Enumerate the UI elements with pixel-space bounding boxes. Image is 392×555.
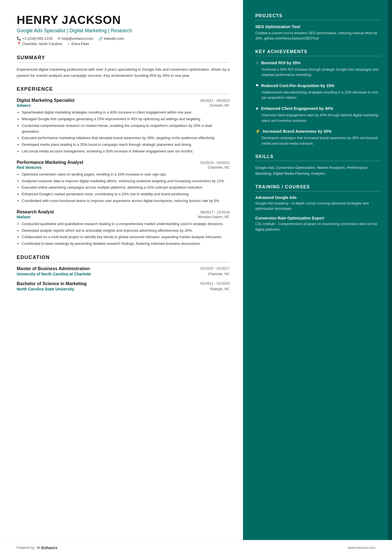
job-3-location: Winston-Salem, NC xyxy=(198,215,230,219)
achievement-4-icon: ⚡ xyxy=(255,129,260,134)
bullet: Spearheaded digital marketing strategies… xyxy=(22,110,230,115)
achievements-section: KEY ACHIEVEMENTS ☆ Boosted ROI by 35% Ac… xyxy=(255,49,381,146)
edu-1: Master of Business Administration 01/201… xyxy=(17,266,230,276)
achievement-2-desc: Implemented new advertising strategies r… xyxy=(255,90,381,101)
logo-brand: Enhancv xyxy=(41,546,57,550)
training-2: Conversion Rate Optimization Expert CXL … xyxy=(255,216,381,232)
enhancv-logo: ∞ Enhancv xyxy=(36,545,57,551)
edu-1-degree: Master of Business Administration xyxy=(17,266,90,271)
experience-title: EXPERIENCE xyxy=(17,86,230,94)
job-3-title: Research Analyst xyxy=(17,209,54,214)
footer: Powered by ∞ Enhancv www.enhancv.com xyxy=(0,540,392,555)
edu-2-degree: Bachelor of Science in Marketing xyxy=(17,281,87,286)
achievement-2-title: Reduced Cost-Per-Acquisition by 15% xyxy=(261,83,334,88)
project-1-title: SEO Optimization Tool xyxy=(255,24,381,29)
training-1-desc: Google Ads Academy - In-depth course cov… xyxy=(255,201,381,212)
resume-header: HENRY JACKSON Google Ads Specialist | Di… xyxy=(17,13,230,46)
education-section: EDUCATION Master of Business Administrat… xyxy=(17,255,230,291)
projects-section: PROJECTS SEO Optimization Tool Created a… xyxy=(255,13,381,41)
achievement-1-desc: Achieved a 35% ROI increase through stra… xyxy=(255,67,381,78)
project-1-desc: Created a custom tool to enhance SEO per… xyxy=(255,31,381,41)
job-1-date: 05/2021 - 05/2023 xyxy=(200,98,230,103)
phone-contact: 📞 +1-(234)-555-1234 xyxy=(17,36,53,41)
phone-icon: 📞 xyxy=(17,36,21,41)
edu-2-school: North Carolina State University xyxy=(17,287,74,291)
job-3-bullets: Conducted qualitative and quantitative r… xyxy=(17,221,230,247)
skills-section: SKILLS Google Ads, Conversion Optimizati… xyxy=(255,154,381,177)
contact-row: 📞 +1-(234)-555-1234 ✉ help@enhancv.com 🔗… xyxy=(17,36,230,41)
location-row: 📍 Charlotte, North Carolina ☆ Extra Fiel… xyxy=(17,42,230,46)
edu-2: Bachelor of Science in Marketing 01/2011… xyxy=(17,281,230,291)
edu-1-location: Charlotte, NC xyxy=(208,272,230,276)
edu-1-date: 01/2015 - 01/2017 xyxy=(200,266,230,271)
education-title: EDUCATION xyxy=(17,255,230,262)
job-3-company: Nielsen xyxy=(17,215,31,219)
bullet: Executed online advertising campaigns ac… xyxy=(22,185,230,191)
job-1-bullets: Spearheaded digital marketing strategies… xyxy=(17,110,230,154)
achievement-1-title: Boosted ROI by 35% xyxy=(261,60,301,66)
achievements-title: KEY ACHIEVEMENTS xyxy=(255,49,381,56)
training-2-desc: CXL Institute - Comprehensive program on… xyxy=(255,221,381,232)
achievement-3-desc: Improved client engagement rates by 40% … xyxy=(255,113,381,124)
achievement-3-title: Enhanced Client Engagement by 40% xyxy=(261,106,333,111)
job-2-title: Performance Marketing Analyst xyxy=(17,160,83,165)
bullet: Led social media account management, ach… xyxy=(22,149,230,154)
job-2-date: 01/2019 - 04/2021 xyxy=(200,161,230,165)
bullet: Enhanced Google's market penetration too… xyxy=(22,191,230,197)
training-title: TRAINING / COURSES xyxy=(255,184,381,191)
bullet: Developed media plans leading to a 20% b… xyxy=(22,142,230,148)
link-icon: 🔗 xyxy=(98,36,103,41)
achievement-1-icon: ☆ xyxy=(255,60,259,65)
bullet: Optimized conversion rates on landing pa… xyxy=(22,172,230,177)
achievement-3: ★ Enhanced Client Engagement by 40% Impr… xyxy=(255,106,381,124)
job-3: Research Analyst 08/2017 - 12/2018 Niels… xyxy=(17,209,230,247)
extra-field: ☆ Extra Field xyxy=(67,42,89,46)
bullet: Conducted qualitative and quantitative r… xyxy=(22,221,230,227)
footer-website: www.enhancv.com xyxy=(348,546,375,550)
bullet: Coordinated with cross-functional teams … xyxy=(22,198,230,204)
experience-section: EXPERIENCE Digital Marketing Specialist … xyxy=(17,86,230,247)
star-icon: ☆ xyxy=(67,42,70,46)
candidate-subtitle: Google Ads Specialist | Digital Marketin… xyxy=(17,28,230,34)
email-icon: ✉ xyxy=(58,36,61,41)
training-1: Advanced Google Ads Google Ads Academy -… xyxy=(255,195,381,212)
powered-by-label: Powered by xyxy=(17,546,34,550)
edu-2-date: 01/2011 - 01/2015 xyxy=(200,281,230,286)
email-contact: ✉ help@enhancv.com xyxy=(58,36,93,41)
bullet: Contributed to team meetings by presenti… xyxy=(22,241,230,247)
achievement-2: ⚑ Reduced Cost-Per-Acquisition by 15% Im… xyxy=(255,83,381,101)
summary-section: SUMMARY Experienced digital marketing pr… xyxy=(17,55,230,78)
job-1-company: Adwerx xyxy=(17,103,31,108)
candidate-name: HENRY JACKSON xyxy=(17,13,230,27)
bullet: Conducted comprehensive research on mark… xyxy=(22,123,230,135)
edu-2-location: Raleigh, NC xyxy=(210,287,230,291)
location-contact: 📍 Charlotte, North Carolina xyxy=(17,42,62,46)
bullet: Managed Google Ads campaigns generating … xyxy=(22,116,230,122)
bullet: Collaborated on a multi-level project to… xyxy=(22,234,230,240)
training-1-title: Advanced Google Ads xyxy=(255,195,381,200)
training-2-title: Conversion Rate Optimization Expert xyxy=(255,216,381,220)
summary-text: Experienced digital marketing profession… xyxy=(17,66,230,78)
location-icon: 📍 xyxy=(17,42,21,46)
skills-title: SKILLS xyxy=(255,154,381,161)
job-3-date: 08/2017 - 12/2018 xyxy=(200,210,230,214)
accent-bar xyxy=(388,0,392,540)
achievement-4: ⚡ Increased Brand Awareness by 30% Devel… xyxy=(255,129,381,146)
achievement-4-desc: Developed campaigns that increased brand… xyxy=(255,135,381,146)
projects-title: PROJECTS xyxy=(255,13,381,20)
achievement-4-title: Increased Brand Awareness by 30% xyxy=(263,129,331,134)
job-1-location: Durham, NC xyxy=(210,103,230,108)
bullet: Developed analytic reports which led to … xyxy=(22,228,230,234)
skills-text: Google Ads, Conversion Optimization, Mar… xyxy=(255,165,381,177)
job-2-company: Red Ventures xyxy=(17,165,41,170)
logo-icon: ∞ xyxy=(36,545,40,551)
summary-title: SUMMARY xyxy=(17,55,230,63)
right-column: PROJECTS SEO Optimization Tool Created a… xyxy=(243,0,392,540)
job-2-location: Charlotte, NC xyxy=(208,165,230,170)
job-1-title: Digital Marketing Specialist xyxy=(17,98,75,103)
bullet: Analyzed customer data to improve digita… xyxy=(22,178,230,184)
bullet: Executed performance marketing initiativ… xyxy=(22,135,230,141)
training-section: TRAINING / COURSES Advanced Google Ads G… xyxy=(255,184,381,233)
edu-1-school: University of North Carolina at Charlott… xyxy=(17,272,91,276)
achievement-2-icon: ⚑ xyxy=(255,83,259,88)
